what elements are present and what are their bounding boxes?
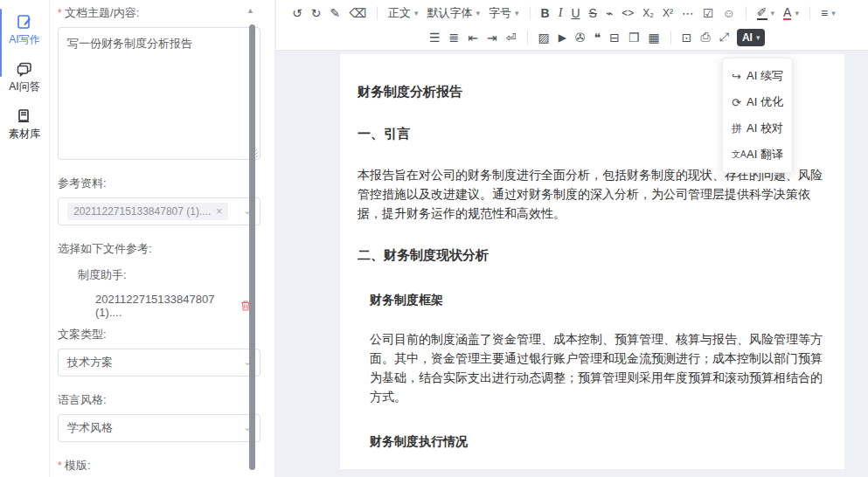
style-label: 语言风格:	[58, 392, 252, 408]
nav-item-label: AI写作	[9, 32, 39, 47]
nav-item-material-library[interactable]: 素材库	[0, 108, 49, 142]
document-block: 二、财务制度现状分析	[358, 226, 833, 265]
topic-textarea[interactable]: 写一份财务制度分析报告	[58, 27, 260, 160]
menu-item-ai-proofread[interactable]: 拼 AI 校对	[723, 115, 792, 142]
font-size-select[interactable]: 字号 ▾	[484, 3, 524, 23]
reference-label: 参考资料:	[58, 176, 252, 191]
inline-code-button[interactable]: <>	[617, 3, 638, 23]
file-select-label: 选择如下文件参考:	[58, 241, 252, 257]
ai-menu-button[interactable]: AI ▾	[737, 29, 766, 46]
align-button[interactable]: ≡ ▾	[816, 3, 840, 23]
document-block: 财务制度执行情况	[370, 412, 833, 451]
nav-item-label: 素材库	[9, 127, 40, 142]
toolbar-divider	[670, 31, 671, 45]
blockquote-button[interactable]: ❝	[590, 28, 606, 47]
reference-select[interactable]: 2021122715133847807 (1).... × ⌄	[58, 197, 260, 225]
menu-item-label: AI 校对	[746, 121, 783, 136]
bullet-list-button[interactable]: ☰	[425, 28, 445, 47]
style-select[interactable]: 学术风格 ⌄	[58, 414, 260, 442]
document-block: 根据2023年前三季度的财务数据，公司整体财务制度执行情况良好，但存在以下问题：	[370, 452, 833, 469]
chat-icon	[17, 61, 32, 77]
font-color-button[interactable]: A ▾	[779, 3, 803, 23]
italic-button[interactable]: I	[554, 3, 567, 23]
toolbar-divider	[527, 31, 528, 45]
document-block: 财务制度框架	[370, 271, 833, 309]
video-button[interactable]: ▶	[554, 28, 571, 47]
left-nav: AI写作 AI问答 素材库	[0, 0, 50, 477]
font-family-select[interactable]: 默认字体 ▾	[423, 3, 485, 23]
topic-label: 文档主题/内容:	[58, 5, 252, 21]
panel-scrollbar-thumb[interactable]	[249, 24, 255, 470]
rich-text-editor: ↺ ↻ ✎	[275, 0, 868, 477]
menu-item-label: AI 翻译	[746, 147, 783, 162]
attachment-button[interactable]: ✇	[571, 28, 590, 47]
copy-type-label: 文案类型:	[58, 327, 252, 342]
superscript-button[interactable]: X²	[658, 3, 677, 23]
app-window: AI写作 AI问答 素材库 文档主题/内容: 写一份财务制度分析报告 参考资料:…	[0, 0, 868, 477]
line-break-button[interactable]: ⏎	[502, 28, 521, 47]
nav-item-label: AI问答	[9, 80, 39, 94]
library-icon	[17, 108, 32, 124]
nav-active-indicator	[0, 9, 2, 77]
editor-toolbar: ↺ ↻ ✎	[276, 0, 868, 51]
menu-item-ai-continue[interactable]: ↪ AI 续写	[723, 63, 792, 89]
paragraph-style-select[interactable]: 正文 ▾	[384, 3, 423, 23]
task-list-button[interactable]: ☑	[698, 3, 719, 23]
copy-type-value: 技术方案	[67, 355, 113, 370]
scrollbar-up-arrow[interactable]: ▲	[247, 6, 254, 15]
assistant-label: 制度助手:	[78, 267, 252, 283]
redo-button[interactable]: ↻	[307, 3, 326, 23]
menu-item-ai-optimize[interactable]: ⟳ AI 优化	[723, 89, 792, 115]
code-block-button[interactable]: ❐	[624, 28, 644, 47]
ai-proofread-icon: 拼	[732, 121, 746, 136]
emoji-button[interactable]: ☺	[719, 3, 740, 23]
document-block: 公司目前的制度涵盖了资金管理、成本控制、预算管理、核算与报告、风险管理等方面。其…	[370, 310, 833, 406]
tag-remove-icon[interactable]: ×	[216, 205, 222, 218]
menu-item-ai-translate[interactable]: 文A AI 翻译	[723, 142, 792, 168]
template-label: 模版:	[58, 458, 252, 474]
toolbar-row-2: ☰ ≣ ⇤	[276, 25, 868, 49]
reference-file-tag: 2021122715133847807 (1).... ×	[67, 203, 228, 220]
ai-writing-form-panel: 文档主题/内容: 写一份财务制度分析报告 参考资料: 2021122715133…	[50, 0, 275, 477]
highlight-color-button[interactable]: ✐ ▾	[753, 3, 779, 23]
editor-content-area: 财务制度分析报告 一、引言 本报告旨在对公司的财务制度进行全面分析，包括财务制度…	[276, 51, 868, 477]
copy-type-select[interactable]: 技术方案 ⌄	[58, 349, 260, 377]
toolbar-divider	[809, 6, 810, 20]
format-painter-button[interactable]: ✎	[325, 3, 344, 23]
toolbar-divider	[530, 6, 531, 20]
menu-item-label: AI 续写	[746, 68, 783, 84]
selected-file-row: 2021122715133847807 (1)....	[95, 293, 252, 319]
link-button[interactable]: ⌁	[601, 3, 617, 23]
outdent-button[interactable]: ⇤	[463, 28, 483, 47]
clear-format-button[interactable]: ⌫	[344, 3, 371, 23]
fullscreen-button[interactable]: ⤢	[715, 28, 733, 47]
ai-continue-icon: ↪	[732, 70, 746, 83]
print-button[interactable]: ⎙	[697, 28, 715, 47]
selected-file-name: 2021122715133847807 (1)....	[95, 293, 227, 319]
image-button[interactable]: ▨	[534, 28, 554, 47]
ai-dropdown-menu: ↪ AI 续写 ⟳ AI 优化 拼 AI 校对 文A AI 翻译	[722, 58, 793, 173]
menu-item-label: AI 优化	[746, 94, 783, 110]
nav-item-ai-writing[interactable]: AI写作	[0, 14, 49, 47]
nav-item-ai-qa[interactable]: AI问答	[0, 61, 49, 94]
indent-button[interactable]: ⇥	[483, 28, 502, 47]
ai-translate-icon: 文A	[732, 149, 746, 161]
reference-file-tag-text: 2021122715133847807 (1)....	[73, 205, 211, 218]
toolbar-divider	[377, 6, 378, 20]
ai-writing-icon	[17, 14, 32, 30]
ordered-list-button[interactable]: ≣	[445, 28, 464, 47]
undo-button[interactable]: ↺	[288, 3, 307, 23]
horizontal-line-button[interactable]: ⋯	[677, 3, 698, 23]
bold-button[interactable]: B	[537, 3, 554, 23]
table-button[interactable]: ▦	[644, 28, 664, 47]
toolbar-row-1: ↺ ↻ ✎	[276, 0, 868, 25]
ai-optimize-icon: ⟳	[732, 96, 746, 109]
divider-block-button[interactable]: ⊟	[605, 28, 624, 47]
embed-button[interactable]: ⊡	[677, 28, 697, 47]
topic-value: 写一份财务制度分析报告	[67, 37, 192, 50]
underline-button[interactable]: U	[566, 3, 584, 23]
toolbar-divider	[746, 6, 746, 20]
style-value: 学术风格	[67, 420, 113, 436]
strikethrough-button[interactable]: S	[585, 3, 601, 23]
subscript-button[interactable]: X₂	[638, 3, 658, 23]
